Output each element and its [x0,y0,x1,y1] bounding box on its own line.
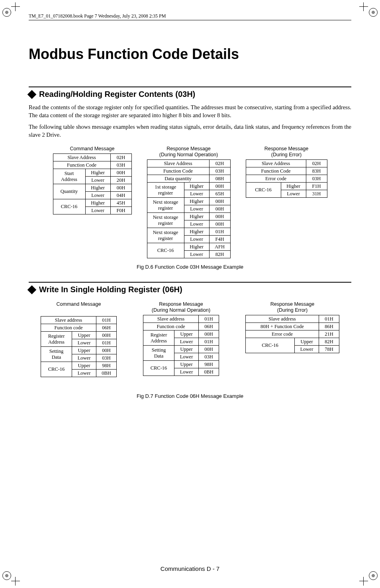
table-caption-command: Command Message [57,301,101,307]
s2-command-table: Slave address01HFunction code06HRegister… [41,316,117,377]
page-footer: Communications D - 7 [0,565,380,572]
section-divider [29,282,351,283]
section1-paragraph-2: The following table shows message exampl… [29,123,351,139]
s1-command-table: Slave Address02HFunction Code03HStartAdd… [53,153,132,214]
table-caption-response-error: Response Message (During Error) [270,301,314,313]
figure-d7-caption: Fig D.7 Function Code 06H Message Exampl… [29,393,351,399]
table-caption-response-error: Response Message (During Error) [264,146,308,158]
crop-mark-tl [2,2,21,21]
s1-response-error-table: Slave Address02HFunction Code83HError co… [246,159,327,198]
table-caption-response-normal: Response Message (During Normal Operatio… [159,146,218,158]
section1-title: Reading/Holding Register Contents (03H) [39,90,195,99]
diamond-bullet-icon [27,285,37,294]
diamond-bullet-icon [27,90,37,99]
s2-response-normal-table: Slave address01HFunction code06HRegister… [143,315,219,376]
header-note: TM_E7_01_07182008.book Page 7 Wednesday,… [29,13,351,20]
table-caption-response-normal: Response Message (During Normal Operatio… [152,301,210,313]
section1-paragraph-1: Read the contents of the storage registe… [29,104,351,119]
figure-d6-caption: Fig D.6 Function Code 03H Message Exampl… [29,264,351,270]
table-caption-command: Command Message [70,146,115,152]
section2-title: Write In Single Holding Register (06H) [39,285,182,294]
page-main-title: Modbus Function Code Details [29,46,351,63]
crop-mark-tr [359,2,378,21]
s2-response-error-table: Slave address01H80H + Function Code86HEr… [245,315,339,353]
s1-response-normal-table: Slave Address02HFunction Code03HData qua… [147,159,231,258]
section-divider [29,87,351,87]
